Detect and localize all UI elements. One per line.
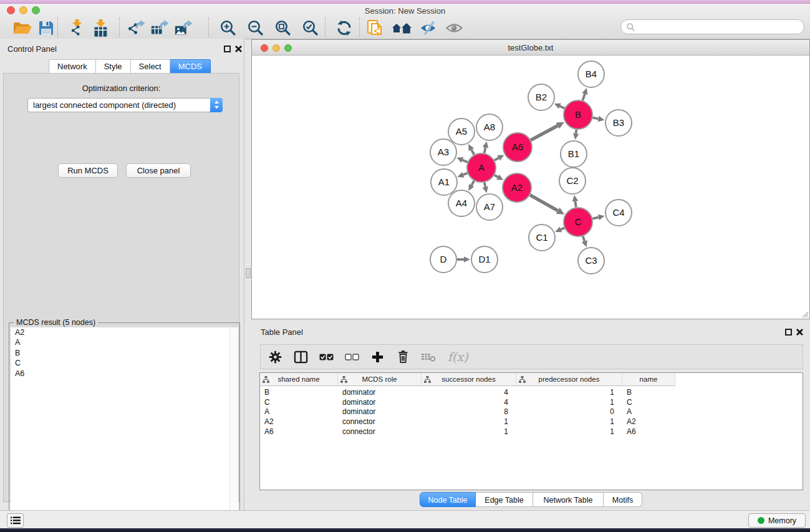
table-cell: A6 [260,427,338,436]
graph-node-label: D1 [478,254,490,264]
tab-network[interactable]: Network [49,59,96,74]
scrollbar-track[interactable] [229,327,238,532]
export-table-icon[interactable] [150,17,171,39]
shared-column-icon [263,376,269,384]
table-row[interactable]: Bdominator41B [260,387,675,397]
import-network-icon[interactable] [66,17,87,39]
table-cell: 1 [422,427,516,436]
export-image-icon[interactable] [173,17,195,39]
mcds-result-group: MCDS result (5 nodes) A2ABCA6 [9,322,240,532]
desktop-background-bottom [0,528,810,532]
table-row[interactable]: Cdominator41C [260,397,675,407]
vertical-split-divider[interactable] [246,268,251,278]
network-from-file-icon[interactable] [365,17,386,39]
refresh-icon[interactable] [334,17,355,39]
column-header-successor-nodes[interactable]: successor nodes [422,373,516,386]
save-session-icon[interactable] [36,17,57,39]
criterion-dropdown-value: largest connected component (directed) [28,100,210,110]
hide-eye-icon[interactable] [417,17,438,39]
delete-table-icon[interactable] [421,352,436,362]
home-icon[interactable] [391,17,412,39]
table-cell: 4 [422,388,516,397]
zoom-fit-icon[interactable] [272,17,294,39]
table-cell: A2 [260,417,338,426]
column-header-predecessor-nodes[interactable]: predecessor nodes [516,373,622,386]
settings-gear-icon[interactable] [268,350,282,364]
mcds-result-item[interactable]: A [11,338,238,349]
zoom-out-icon[interactable] [245,17,266,39]
mcds-result-item[interactable]: A2 [11,327,238,338]
table-close-icon[interactable] [796,329,803,336]
network-view-window: testGlobe.txt B4B2BB3A8A5A6A3B1AC2A1A2A4… [251,39,810,319]
table-row[interactable]: Adominator80A [260,407,675,417]
application-window: Session: New Session Control Panel Netwo… [0,0,810,532]
function-builder-icon[interactable]: f(x) [448,350,468,364]
zoom-selected-icon[interactable] [300,17,321,39]
open-file-icon[interactable] [12,17,33,39]
toolbar-group [334,17,355,39]
close-panel-icon[interactable] [235,46,242,52]
toolbar-group [126,17,195,39]
tab-style[interactable]: Style [96,59,131,74]
mcds-result-item[interactable]: B [11,348,238,359]
task-history-button[interactable] [7,513,24,528]
list-icon [11,516,21,525]
memory-button[interactable]: Memory [748,513,806,528]
toolbar-separator [57,17,58,37]
window-chrome: Session: New Session [0,4,810,39]
graph-node-label: B1 [568,148,579,159]
network-window-titlebar[interactable]: testGlobe.txt [252,40,809,56]
select-all-icon[interactable] [319,354,334,360]
search-input[interactable] [638,22,804,32]
deselect-all-icon[interactable] [344,354,359,360]
table-cell: 1 [516,388,622,397]
network-window-title: testGlobe.txt [252,43,809,52]
graph-node-label: A5 [456,126,467,137]
tab-motifs[interactable]: Motifs [604,492,642,507]
toolbar-group [365,17,465,39]
show-eye-icon[interactable] [443,17,465,39]
split-view-icon[interactable] [293,351,308,364]
table-cell: A [622,407,675,416]
criterion-dropdown[interactable]: largest connected component (directed) [27,98,223,112]
table-cell: 1 [516,417,622,426]
search-box[interactable] [620,19,804,34]
table-row[interactable]: A6connector11A6 [260,427,675,437]
delete-column-icon[interactable] [395,350,410,364]
mcds-result-item[interactable]: A6 [11,369,238,379]
table-float-icon[interactable] [785,329,792,336]
network-canvas[interactable]: B4B2BB3A8A5A6A3B1AC2A1A2A4A7C4CC1C3DD1 [252,56,809,319]
window-title: Session: New Session [0,6,810,16]
column-header-MCDS-role[interactable]: MCDS role [338,373,422,386]
export-network-icon[interactable] [126,17,147,39]
graph-node-label: A7 [484,201,495,212]
status-bar: Memory [0,510,810,529]
mcds-result-list[interactable]: A2ABCA6 [11,327,238,532]
graph-node-label: A2 [511,182,523,193]
zoom-in-icon[interactable] [218,17,239,39]
mcds-result-item[interactable]: C [11,359,238,369]
add-column-icon[interactable] [370,351,385,364]
toolbar-group [218,17,321,39]
import-table-icon[interactable] [90,17,111,39]
float-panel-icon[interactable] [224,46,231,52]
column-header-shared-name[interactable]: shared name [260,373,338,386]
resize-grip-icon[interactable] [800,309,809,318]
table-tabs: Node TableEdge TableNetwork TableMotifs [420,492,642,507]
toolbar-separator [119,17,120,37]
table-cell: connector [338,427,422,436]
memory-status-icon [758,517,764,524]
close-panel-button[interactable]: Close panel [126,163,191,178]
tab-node-table[interactable]: Node Table [420,492,476,507]
node-table[interactable]: shared nameMCDS rolesuccessor nodesprede… [259,372,803,490]
toolbar-separator [359,17,360,37]
column-header-name[interactable]: name [622,373,675,386]
tab-mcds[interactable]: MCDS [170,59,211,74]
run-mcds-button[interactable]: Run MCDS [58,163,118,178]
tab-network-table[interactable]: Network Table [533,492,604,507]
table-row[interactable]: A2connector11A2 [260,417,675,427]
tab-edge-table[interactable]: Edge Table [476,492,533,507]
tab-select[interactable]: Select [131,59,170,74]
network-graph[interactable]: B4B2BB3A8A5A6A3B1AC2A1A2A4A7C4CC1C3DD1 [252,56,809,319]
table-cell: A6 [622,427,675,436]
